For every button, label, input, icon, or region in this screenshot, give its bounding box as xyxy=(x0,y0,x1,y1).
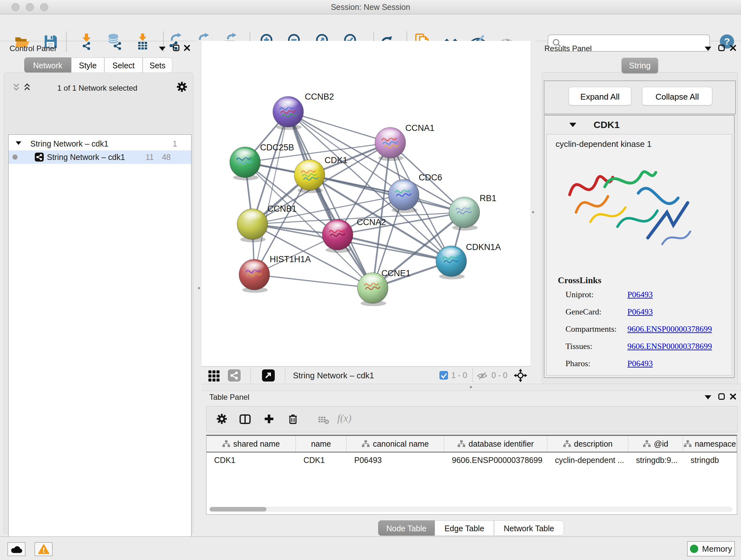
network-node-CDC25B[interactable] xyxy=(230,147,260,180)
hierarchy-icon xyxy=(563,440,571,448)
show-columns-icon[interactable] xyxy=(239,413,251,425)
network-node-CCNB1[interactable] xyxy=(237,209,268,242)
table-cell[interactable]: P06493 xyxy=(347,452,444,468)
collection-expander-icon[interactable] xyxy=(16,141,21,145)
cloud-status-button[interactable] xyxy=(7,542,25,556)
control-panel: Control Panel NetworkStyleSelectSets 1 o… xyxy=(0,41,197,537)
node-label-CDC6: CDC6 xyxy=(419,173,442,182)
network-node-CCNA1[interactable] xyxy=(375,127,406,161)
network-collection-row[interactable]: String Network – cdk1 1 xyxy=(9,137,191,150)
protein-structure-image xyxy=(560,153,697,263)
tab-sets[interactable]: Sets xyxy=(143,57,172,73)
column-header-shared-name[interactable]: shared name xyxy=(206,436,296,452)
tab-style[interactable]: Style xyxy=(71,57,105,73)
hierarchy-icon xyxy=(457,440,466,448)
column-header--id[interactable]: @id xyxy=(628,436,683,452)
node-label-CCNE1: CCNE1 xyxy=(381,268,411,278)
tab-select[interactable]: Select xyxy=(105,57,143,73)
crosslink-link[interactable]: 9606.ENSP00000378699 xyxy=(627,341,712,351)
table-cell[interactable]: stringdb xyxy=(683,452,737,468)
network-edge-CCNB2-HIST1H1A[interactable] xyxy=(254,112,288,274)
float-panel-icon[interactable] xyxy=(718,44,725,51)
crosslink-link[interactable]: 9606.ENSP00000378699 xyxy=(627,324,712,334)
delete-column-trash-icon[interactable] xyxy=(287,413,299,425)
network-row-selected[interactable]: String Network – cdk1 11 48 xyxy=(9,150,191,164)
network-view-toolbar: String Network – cdk1 1 - 0 0 - 0 xyxy=(202,366,530,384)
network-node-CDK1[interactable] xyxy=(294,160,325,193)
panel-menu-icon[interactable] xyxy=(704,395,711,399)
column-header-namespace[interactable]: namespace xyxy=(683,436,737,452)
hidden-elements-eye-icon[interactable] xyxy=(476,372,488,380)
grid-view-icon[interactable] xyxy=(208,370,220,381)
birdseye-navigator-icon[interactable] xyxy=(514,369,527,382)
network-selection-summary: 1 of 1 Network selected xyxy=(38,84,156,92)
panel-menu-icon[interactable] xyxy=(704,47,711,51)
delete-table-icon-disabled xyxy=(317,415,330,425)
warnings-button[interactable] xyxy=(35,542,53,556)
close-panel-icon[interactable] xyxy=(184,44,191,51)
selected-count: 1 - 0 xyxy=(451,371,467,380)
tab-network[interactable]: Network xyxy=(24,57,71,73)
crosslink-label: Uniprot: xyxy=(565,290,594,300)
network-node-CCNA2[interactable] xyxy=(322,219,353,253)
protein-card-collapse-icon[interactable] xyxy=(569,123,576,127)
network-node-HIST1H1A[interactable] xyxy=(239,259,270,293)
right-splitter[interactable] xyxy=(530,41,536,385)
node-label-CDC25B: CDC25B xyxy=(260,143,294,152)
horizontal-splitter[interactable] xyxy=(202,384,741,391)
table-cell[interactable]: cyclin-dependent ... xyxy=(547,452,628,468)
tab-network-table[interactable]: Network Table xyxy=(494,520,564,536)
hidden-count: 0 - 0 xyxy=(491,371,508,380)
node-table: shared namenamecanonical namedatabase id… xyxy=(206,435,737,515)
protein-name: CDK1 xyxy=(594,119,620,130)
table-panel-title: Table Panel xyxy=(209,393,249,401)
main-toolbar: ? xyxy=(0,14,741,41)
results-panel-title: Results Panel xyxy=(544,44,592,53)
collapse-all-button[interactable]: Collapse All xyxy=(642,87,712,105)
column-header-label: canonical name xyxy=(373,439,428,449)
network-share-view-icon[interactable] xyxy=(228,369,241,381)
network-edge-count: 48 xyxy=(159,152,171,162)
status-bar: Memory xyxy=(0,537,741,560)
tab-string[interactable]: String xyxy=(622,58,658,73)
crosslink-link[interactable]: P06493 xyxy=(627,290,653,300)
column-header-database-identifier[interactable]: database identifier xyxy=(444,436,547,452)
network-node-CDKN1A[interactable] xyxy=(436,246,467,279)
column-header-canonical-name[interactable]: canonical name xyxy=(347,436,444,452)
selected-nodes-checkbox-icon[interactable] xyxy=(440,371,448,380)
network-edge-CCNB2-CCNA1[interactable] xyxy=(288,112,390,143)
float-panel-icon[interactable] xyxy=(173,44,180,51)
panel-menu-icon[interactable] xyxy=(159,47,165,51)
create-column-icon[interactable] xyxy=(263,413,275,425)
table-cell[interactable]: 9606.ENSP00000378699 xyxy=(444,452,547,468)
column-header-description[interactable]: description xyxy=(547,436,628,452)
network-edge-HIST1H1A-CCNE1[interactable] xyxy=(254,274,373,288)
memory-button[interactable]: Memory xyxy=(687,541,735,557)
crosslink-link[interactable]: P06493 xyxy=(627,359,653,368)
expand-all-button[interactable]: Expand All xyxy=(569,87,631,105)
tab-edge-table[interactable]: Edge Table xyxy=(434,520,494,536)
float-panel-icon[interactable] xyxy=(718,393,725,400)
column-header-name[interactable]: name xyxy=(296,436,347,452)
tab-node-table[interactable]: Node Table xyxy=(378,520,434,536)
hierarchy-icon xyxy=(222,440,230,448)
network-options-gear-icon[interactable] xyxy=(176,81,188,92)
node-label-CCNA2: CCNA2 xyxy=(357,217,386,227)
memory-label: Memory xyxy=(702,544,732,554)
table-cell[interactable]: CDK1 xyxy=(296,452,347,468)
network-node-RB1[interactable] xyxy=(449,197,480,231)
expand-all-networks-icon[interactable] xyxy=(13,83,20,91)
table-row[interactable]: CDK1CDK1P064939606.ENSP00000378699cyclin… xyxy=(206,452,737,468)
table-options-gear-icon[interactable] xyxy=(216,413,227,425)
crosslink-link[interactable]: P06493 xyxy=(627,307,653,317)
table-cell[interactable]: CDK1 xyxy=(206,452,296,468)
crosslink-label: Pharos: xyxy=(565,359,590,368)
left-splitter[interactable] xyxy=(197,41,202,537)
network-canvas[interactable]: CCNB2CCNA1CDC25BCDK1CDC6RB1CCNB1CCNA2CDK… xyxy=(202,41,530,366)
table-horizontal-scrollbar[interactable] xyxy=(209,507,732,512)
table-cell[interactable]: stringdb:9... xyxy=(628,452,683,468)
open-in-new-window-icon[interactable] xyxy=(262,369,275,381)
collapse-all-networks-icon[interactable] xyxy=(23,83,30,91)
close-panel-icon[interactable] xyxy=(730,393,737,400)
close-panel-icon[interactable] xyxy=(730,44,737,51)
